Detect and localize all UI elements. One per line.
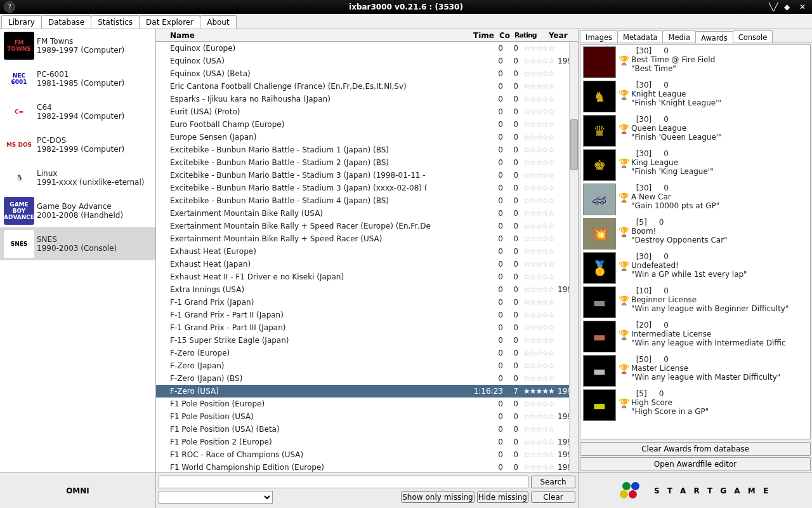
game-row[interactable]: F-1 Grand Prix - Part II (Japan)00☆☆☆☆☆ bbox=[156, 309, 578, 321]
game-row[interactable]: F1 Pole Position 2 (Europe)00☆☆☆☆☆1993 bbox=[156, 436, 578, 448]
tab-images[interactable]: Images bbox=[580, 30, 618, 43]
game-row[interactable]: F-Zero (Japan)00☆☆☆☆☆ bbox=[156, 359, 578, 372]
game-row[interactable]: Equinox (USA)00☆☆☆☆☆1993 bbox=[156, 55, 578, 67]
game-row[interactable]: F-Zero (Europe)00☆☆☆☆☆ bbox=[156, 347, 578, 359]
system-snes[interactable]: SNESSNES1990-2003 (Console) bbox=[0, 227, 155, 260]
award-item[interactable]: 💥🏆 [5] 0Boom!"Destroy Opponents Car" bbox=[580, 217, 810, 251]
game-row[interactable]: Europe Sensen (Japan)00☆☆☆☆☆ bbox=[156, 131, 578, 144]
scrollbar[interactable] bbox=[569, 42, 578, 472]
game-row[interactable]: Exhaust Heat (Japan)00☆☆☆☆☆ bbox=[156, 258, 578, 271]
game-row[interactable]: Excitebike - Bunbun Mario Battle - Stadi… bbox=[156, 156, 578, 169]
col-name[interactable]: Name bbox=[156, 30, 461, 41]
system-pc-dos[interactable]: MS DOSPC-DOS1982-1999 (Computer) bbox=[0, 128, 155, 161]
game-list-body[interactable]: Equinox (Europe)00☆☆☆☆☆Equinox (USA)00☆☆… bbox=[156, 42, 578, 472]
system-name: Linux bbox=[37, 169, 145, 178]
game-row[interactable]: Exhaust Heat (Europe)00☆☆☆☆☆ bbox=[156, 245, 578, 258]
award-item[interactable]: ♚🏆 [30] 0King League"Finish 'King League… bbox=[580, 148, 810, 182]
clear-awards-button[interactable]: Clear Awards from database bbox=[580, 442, 811, 456]
game-row[interactable]: Excitebike - Bunbun Mario Battle - Stadi… bbox=[156, 169, 578, 182]
award-icon: ♚ bbox=[583, 149, 616, 181]
game-row[interactable]: Excitebike - Bunbun Mario Battle - Stadi… bbox=[156, 144, 578, 156]
menu-about[interactable]: About bbox=[200, 15, 236, 29]
minimize-icon[interactable]: ╲╱ bbox=[769, 3, 778, 11]
start-game-button[interactable]: S T A R T G A M E bbox=[579, 473, 812, 508]
trophy-icon: 🏆 bbox=[619, 115, 629, 147]
system-game-boy-advance[interactable]: GAME BOY ADVANCEGame Boy Advance2001-200… bbox=[0, 194, 155, 227]
trophy-icon: 🏆 bbox=[619, 46, 629, 78]
game-row[interactable]: Exertainment Mountain Bike Rally + Speed… bbox=[156, 220, 578, 232]
menu-library[interactable]: Library bbox=[1, 15, 42, 29]
tab-console[interactable]: Console bbox=[733, 30, 773, 43]
right-panel: ImagesMetadataMediaAwardsConsole 🏆 [30] … bbox=[579, 29, 812, 472]
game-row[interactable]: F-Zero (USA)1:16:237★★★★★1991 bbox=[156, 385, 578, 398]
system-fm-towns[interactable]: FM TOWNSFM Towns1989-1997 (Computer) bbox=[0, 29, 155, 62]
award-text: [5] 0Boom!"Destroy Opponents Car" bbox=[631, 218, 728, 250]
game-row[interactable]: Extra Innings (USA)00☆☆☆☆☆1992 bbox=[156, 283, 578, 296]
tab-awards[interactable]: Awards bbox=[695, 31, 733, 43]
hide-missing-button[interactable]: Hide missing bbox=[477, 491, 528, 503]
col-year[interactable]: Year bbox=[546, 30, 569, 41]
open-awardfile-button[interactable]: Open Awardfile editor bbox=[580, 457, 811, 471]
award-icon: ▬ bbox=[583, 321, 616, 352]
omni-label[interactable]: OMNI bbox=[0, 473, 156, 508]
main-menu: LibraryDatabaseStatisticsDat ExplorerAbo… bbox=[0, 14, 812, 29]
game-row[interactable]: Eric Cantona Football Challenge (France)… bbox=[156, 80, 578, 93]
system-name: SNES bbox=[37, 235, 117, 244]
game-row[interactable]: F1 Pole Position (USA)00☆☆☆☆☆1993 bbox=[156, 410, 578, 423]
clear-button[interactable]: Clear bbox=[531, 491, 575, 503]
award-text: [30] 0Queen League"Finish 'Queen League'… bbox=[631, 115, 722, 147]
search-input[interactable] bbox=[159, 476, 528, 488]
tab-metadata[interactable]: Metadata bbox=[617, 30, 663, 43]
game-row[interactable]: Esparks - Ijikuu kara no Raihousha (Japa… bbox=[156, 93, 578, 105]
award-item[interactable]: ▬🏆 [10] 0Beginner License"Win any league… bbox=[580, 285, 810, 319]
game-row[interactable]: Exertainment Mountain Bike Rally (USA)00… bbox=[156, 207, 578, 220]
game-row[interactable]: Exhaust Heat II - F1 Driver e no Kiseki … bbox=[156, 271, 578, 283]
col-rating[interactable]: Rating bbox=[512, 30, 546, 40]
app-icon: ? bbox=[4, 1, 15, 13]
bottom-bar: OMNI Search Show only missing Hide missi… bbox=[0, 472, 812, 508]
game-row[interactable]: Equinox (Europe)00☆☆☆☆☆ bbox=[156, 42, 578, 55]
awards-list[interactable]: 🏆 [30] 0Best Time @ Fire Field"Best Time… bbox=[580, 44, 811, 439]
game-row[interactable]: F1 Pole Position (Europe)00☆☆☆☆☆ bbox=[156, 398, 578, 410]
game-row[interactable]: Exertainment Mountain Bike Rally + Speed… bbox=[156, 232, 578, 245]
game-row[interactable]: F1 World Championship Edition (Europe)00… bbox=[156, 461, 578, 472]
system-c64[interactable]: C=C641982-1994 (Computer) bbox=[0, 95, 155, 128]
system-linux[interactable]: 🐧Linux1991-xxxx (unixlike-eternal) bbox=[0, 161, 155, 194]
game-row[interactable]: F-1 Grand Prix - Part III (Japan)00☆☆☆☆☆ bbox=[156, 321, 578, 334]
game-row[interactable]: Equinox (USA) (Beta)00☆☆☆☆☆ bbox=[156, 67, 578, 80]
system-icon: GAME BOY ADVANCE bbox=[4, 197, 34, 225]
award-item[interactable]: 🏆 [30] 0Best Time @ Fire Field"Best Time… bbox=[580, 45, 810, 79]
game-row[interactable]: F1 ROC - Race of Champions (USA)00☆☆☆☆☆1… bbox=[156, 448, 578, 461]
game-row[interactable]: F-1 Grand Prix (Japan)00☆☆☆☆☆ bbox=[156, 296, 578, 309]
trophy-icon: 🏆 bbox=[619, 149, 629, 181]
game-row[interactable]: F-Zero (Japan) (BS)00☆☆☆☆☆ bbox=[156, 372, 578, 385]
close-icon[interactable]: ✕ bbox=[799, 3, 808, 11]
menu-statistics[interactable]: Statistics bbox=[91, 15, 140, 29]
system-pc-6001[interactable]: NEC 6001PC-60011981-1985 (Computer) bbox=[0, 62, 155, 95]
game-row[interactable]: Eurit (USA) (Proto)00☆☆☆☆☆ bbox=[156, 105, 578, 118]
snes-logo-icon bbox=[620, 482, 643, 500]
award-item[interactable]: 🏎🏆 [30] 0A New Car"Gain 10000 pts at GP" bbox=[580, 182, 810, 217]
award-item[interactable]: ▬🏆 [20] 0Intermediate License"Win any le… bbox=[580, 319, 810, 354]
award-item[interactable]: 🥇🏆 [30] 0Undefeated!"Win a GP while 1st … bbox=[580, 251, 810, 285]
game-row[interactable]: F1 Pole Position (USA) (Beta)00☆☆☆☆☆ bbox=[156, 423, 578, 436]
search-button[interactable]: Search bbox=[531, 476, 575, 488]
menu-database[interactable]: Database bbox=[41, 15, 91, 29]
menu-dat-explorer[interactable]: Dat Explorer bbox=[139, 15, 200, 29]
award-item[interactable]: ▬🏆 [50] 0Master License"Win any league w… bbox=[580, 354, 810, 388]
award-item[interactable]: ♞🏆 [30] 0Knight League"Finish 'Knight Le… bbox=[580, 79, 810, 114]
right-tabs: ImagesMetadataMediaAwardsConsole bbox=[579, 29, 812, 43]
show-only-missing-button[interactable]: Show only missing bbox=[401, 491, 474, 503]
game-row[interactable]: Excitebike - Bunbun Mario Battle - Stadi… bbox=[156, 182, 578, 194]
tab-media[interactable]: Media bbox=[662, 30, 696, 43]
award-item[interactable]: ▬🏆 [5] 0High Score"High Score in a GP" bbox=[580, 388, 810, 422]
col-co[interactable]: Co bbox=[497, 30, 512, 41]
game-row[interactable]: Excitebike - Bunbun Mario Battle - Stadi… bbox=[156, 194, 578, 207]
col-time[interactable]: Time bbox=[461, 30, 497, 41]
game-list-panel: Name Time Co Rating Year Equinox (Europe… bbox=[156, 29, 579, 472]
game-row[interactable]: F-15 Super Strike Eagle (Japan)00☆☆☆☆☆ bbox=[156, 334, 578, 347]
award-item[interactable]: ♛🏆 [30] 0Queen League"Finish 'Queen Leag… bbox=[580, 114, 810, 148]
game-row[interactable]: Euro Football Champ (Europe)00☆☆☆☆☆ bbox=[156, 118, 578, 131]
filter-select[interactable] bbox=[159, 491, 273, 504]
maximize-icon[interactable]: ◆ bbox=[784, 3, 793, 11]
